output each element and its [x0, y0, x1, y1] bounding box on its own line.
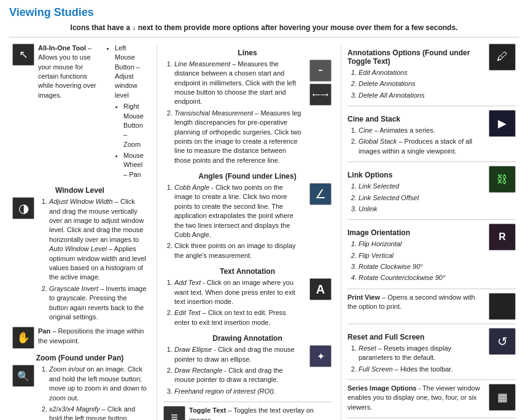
- cine1-title: Cine: [359, 126, 373, 134]
- bullet-mw: Mouse Wheel – Pan: [123, 151, 144, 179]
- reset-section: Reset and Full Screen Reset – Resets ima…: [347, 328, 516, 376]
- link1: Link Selected: [359, 182, 485, 191]
- draw1-title: Draw Ellipse: [174, 346, 212, 353]
- lines-section: Line Measurement – Measures the distance…: [163, 60, 332, 167]
- allinone-icon: [12, 44, 34, 66]
- line1-title: Line Measurement: [174, 60, 230, 68]
- zoom2-title: x2/x3/x4 Magnify: [49, 405, 100, 413]
- textanno-section: Add Text - Click on an image where you w…: [163, 278, 332, 329]
- angle2-desc: Click three points on an image to displa…: [174, 242, 296, 259]
- orient-icon: R: [489, 224, 516, 251]
- toggle-text-icon: [171, 410, 178, 420]
- print-title: Print View: [347, 294, 380, 301]
- printer-icon: 🖨: [497, 300, 508, 313]
- link-section: Link Options Link Selected Link Selected…: [347, 166, 516, 216]
- pan-desc: – Repositions the image within the viewp…: [38, 327, 144, 344]
- link-title: Link Options: [347, 171, 485, 179]
- orient4: Rotate Counterclockwise 90°: [359, 273, 485, 282]
- cine1-desc: – Animates a series.: [375, 126, 435, 134]
- bullet-rmb: Right Mouse Button – Zoom: [123, 102, 144, 149]
- cine-title: Cine and Stack: [347, 115, 485, 123]
- windowlevel-icon: [12, 197, 34, 219]
- wl1-title: Adjust Window Width: [49, 198, 113, 205]
- angle-icon: [309, 183, 332, 205]
- allinone-desc: – Allows you to use your mouse for certa…: [38, 44, 96, 99]
- text-anno-icon: [309, 278, 332, 300]
- column-2: Lines Line Measurement – Measures the di…: [157, 44, 335, 420]
- toggle-section: Toggle Text – Toggles the text overlay o…: [163, 406, 332, 420]
- autowl: Auto Window Level: [49, 245, 107, 252]
- drawing-icon: ✦: [309, 345, 332, 367]
- reset-icon: ↺: [489, 328, 516, 355]
- link3: Unlink: [359, 204, 485, 214]
- allinone-title: All-In-One Tool: [38, 44, 86, 52]
- textanno-title: Text Annotation: [163, 267, 332, 276]
- divider-1: [163, 402, 332, 402]
- draw3-title: Freehand region of interest (ROI).: [174, 387, 276, 395]
- bullet-lmb: Left Mouse Button – Adjust window level: [115, 44, 144, 100]
- pan-section: Pan – Repositions the image within the v…: [12, 327, 147, 349]
- series-title: Series Image Options: [347, 384, 416, 392]
- annotations-section: Annotations Options (Found under Toggle …: [347, 44, 516, 102]
- anno1: Edit Annotations: [359, 68, 485, 77]
- anno-icon: 🖊: [489, 44, 516, 71]
- series-section: Series Image Options - The viewer window…: [347, 384, 516, 414]
- angle1-desc: - Click two points on the image to creat…: [174, 184, 293, 238]
- drawing-title: Drawing Annotation: [163, 334, 332, 343]
- windowlevel-title: Window Level: [12, 186, 147, 195]
- orient-title: Image Orientation: [347, 228, 485, 237]
- line-measure-icon: ━: [309, 60, 332, 82]
- cine-section: Cine and Stack Cine – Animates a series.…: [347, 110, 516, 158]
- column-3: Annotations Options (Found under Toggle …: [341, 44, 519, 420]
- draw2-title: Draw Rectangle: [174, 367, 222, 374]
- allinone-bullets: Left Mouse Button – Adjust window level …: [106, 44, 144, 181]
- line2-title: Transischial Measurement: [174, 109, 253, 117]
- line2-desc: – Measures leg length discrepancies for …: [174, 109, 301, 164]
- print-icon: 🖨: [489, 293, 516, 320]
- angles-section: Cobb Angle - Click two points on the ima…: [163, 183, 332, 262]
- wl-icon: [18, 201, 29, 216]
- link-icon: ⛓: [489, 166, 516, 193]
- drawing-section: Draw Ellipse - Click and drag the mouse …: [163, 345, 332, 398]
- reset-title: Reset and Full Screen: [347, 333, 485, 341]
- hand-icon: [17, 331, 30, 344]
- wl2-title: Grayscale Invert: [49, 285, 98, 292]
- orient3: Rotate Clockwise 90°: [359, 262, 485, 271]
- windowlevel-section: Adjust Window Width – Click and drag the…: [12, 197, 147, 324]
- play-icon: ▶: [498, 117, 507, 130]
- anno-title: Annotations Options (Found under Toggle …: [347, 49, 485, 66]
- text1-title: Add Text: [174, 279, 201, 286]
- grid-icon: ▦: [497, 391, 508, 404]
- zoom-title: Zoom (Found under Pan): [12, 354, 147, 362]
- toggle-icon: [163, 406, 185, 420]
- annotation-icon: 🖊: [497, 50, 508, 63]
- reset2-title: Full Screen: [359, 365, 393, 373]
- text2-title: Edit Text: [174, 309, 200, 316]
- orient1: Flip Horizontal: [359, 239, 485, 249]
- transischial-icon: ⟵⟶: [309, 84, 332, 106]
- lines-title: Lines: [163, 49, 332, 57]
- pan-icon: [12, 327, 34, 349]
- reset2-desc: – Hides the toolbar.: [395, 365, 453, 373]
- ellipse-icon: ✦: [317, 351, 325, 362]
- angles-title: Angles (Found under Lines): [163, 172, 332, 181]
- zoom-section: Zoom in/out on an image. Click and hold …: [12, 365, 147, 420]
- anno3: Delete All Annotations: [359, 91, 485, 100]
- pan-title: Pan: [38, 327, 50, 335]
- chain-icon: ⛓: [497, 173, 508, 186]
- series-icon: ▦: [489, 384, 516, 411]
- zoom1-title: Zoom in/out: [49, 365, 85, 373]
- cursor-icon: [19, 48, 28, 61]
- cine2-title: Global Stack: [359, 138, 397, 145]
- orient2: Flip Vertical: [359, 251, 485, 260]
- cine-icon: ▶: [489, 110, 516, 137]
- anno2: Delete Annotations: [359, 79, 485, 88]
- link2: Link Selected Offset: [359, 193, 485, 203]
- magnify-icon: [17, 370, 29, 382]
- text-icon: [316, 282, 325, 297]
- r-icon: R: [499, 231, 506, 243]
- orient-section: Image Orientation Flip Horizontal Flip V…: [347, 224, 516, 285]
- intro-text: Icons that have a ↓ next to them provide…: [9, 23, 519, 37]
- toggle-title: Toggle Text: [189, 406, 226, 414]
- zoom-icon: [12, 365, 34, 387]
